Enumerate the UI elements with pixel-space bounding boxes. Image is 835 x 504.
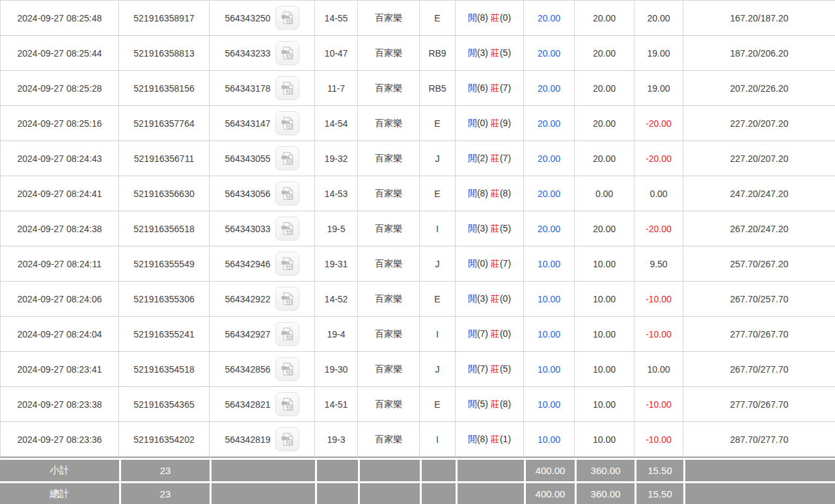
banker-points: (1) (500, 434, 511, 444)
banker-points: (7) (500, 83, 511, 93)
bet-amount-link[interactable]: 10.00 (538, 399, 560, 410)
round-id-group: 564343178 (225, 76, 299, 100)
cell-game-type: 百家樂 (358, 71, 420, 106)
cell-round: 564342946 (210, 246, 315, 282)
cell-table-no: 19-30 (315, 352, 358, 387)
video-replay-button[interactable] (275, 146, 299, 170)
cell-bet-amount: 20.00 (524, 211, 575, 246)
video-replay-button[interactable] (275, 427, 299, 451)
player-points: (5) (477, 399, 488, 409)
cell-bet-time: 2024-09-27 08:25:48 (0, 0, 119, 36)
cell-win-loss: -10.00 (635, 422, 683, 458)
bet-amount-link[interactable]: 20.00 (538, 153, 560, 164)
cell-dealer-code: E (420, 106, 456, 141)
bet-history-grid: 2024-09-27 08:25:48521916358917564343250… (0, 0, 835, 504)
bet-amount-link[interactable]: 20.00 (538, 189, 560, 199)
table-row: 2024-09-27 08:24:11521916355549564342946… (0, 246, 835, 282)
cell-game-type: 百家樂 (358, 387, 420, 422)
bet-amount-link[interactable]: 20.00 (538, 13, 560, 23)
cell-game-type: 百家樂 (358, 0, 420, 36)
bet-amount-link[interactable]: 10.00 (538, 259, 560, 269)
bet-amount-link[interactable]: 10.00 (538, 294, 560, 304)
cell-bet-id: 521916356518 (119, 211, 210, 246)
footer-label: 小計 (0, 458, 119, 481)
bet-amount-link[interactable]: 20.00 (538, 224, 560, 234)
footer-cell-empty (315, 458, 358, 481)
banker-label: 莊 (491, 83, 500, 93)
cell-win-loss: -10.00 (635, 317, 683, 352)
round-id-group: 564342856 (225, 357, 299, 381)
cell-win-loss: 19.00 (635, 71, 683, 106)
cell-result: 閒(8) 莊(0) (456, 0, 524, 36)
cell-bet-amount: 20.00 (524, 36, 575, 71)
video-replay-button[interactable] (275, 6, 299, 30)
bet-amount-link[interactable]: 10.00 (538, 364, 560, 375)
video-replay-button[interactable] (275, 217, 299, 241)
video-file-icon (280, 81, 295, 96)
cell-result: 閒(2) 莊(7) (456, 141, 524, 176)
cell-table-no: 19-32 (315, 141, 358, 176)
banker-label: 莊 (491, 118, 500, 128)
cell-bet-id: 521916358917 (119, 0, 210, 36)
cell-table-no: 19-3 (315, 422, 358, 458)
cell-bet-amount: 10.00 (524, 282, 575, 317)
grand-total-row: 總計23400.00360.0015.50 (0, 481, 835, 504)
cell-table-no: 14-55 (315, 0, 358, 36)
bet-amount-link[interactable]: 20.00 (538, 118, 560, 129)
video-replay-button[interactable] (275, 111, 299, 135)
cell-valid-bet: 10.00 (575, 352, 635, 387)
cell-bet-id: 521916354365 (119, 387, 210, 422)
footer-label: 總計 (0, 481, 119, 504)
cell-dealer-code: I (420, 211, 456, 246)
cell-valid-bet: 20.00 (575, 71, 635, 106)
cell-round: 564342819 (210, 422, 315, 458)
video-replay-button[interactable] (275, 357, 299, 381)
cell-bet-time: 2024-09-27 08:23:41 (0, 352, 119, 387)
cell-game-type: 百家樂 (358, 176, 420, 211)
bet-amount-link[interactable]: 10.00 (538, 434, 560, 445)
video-replay-button[interactable] (275, 76, 299, 100)
cell-valid-bet: 10.00 (575, 317, 635, 352)
cell-bet-id: 521916358813 (119, 36, 210, 71)
cell-valid-bet: 0.00 (575, 176, 635, 211)
round-id: 564343033 (225, 224, 270, 234)
bet-amount-link[interactable]: 10.00 (538, 329, 560, 339)
video-replay-button[interactable] (275, 181, 299, 206)
banker-points: (7) (500, 153, 511, 163)
cell-table-no: 14-54 (315, 106, 358, 141)
cell-valid-bet: 10.00 (575, 246, 635, 282)
cell-round: 564342821 (210, 387, 315, 422)
player-label: 閒 (468, 293, 477, 304)
footer-bet-total: 400.00 (524, 481, 575, 504)
bet-amount-link[interactable]: 20.00 (538, 48, 560, 59)
bet-amount-link[interactable]: 20.00 (538, 83, 560, 94)
video-file-icon (280, 46, 295, 60)
cell-valid-bet: 10.00 (575, 282, 635, 317)
footer-cell-empty (420, 481, 456, 504)
player-label: 閒 (468, 328, 477, 339)
player-points: (3) (477, 293, 488, 304)
player-label: 閒 (468, 258, 477, 269)
banker-points: (8) (500, 188, 511, 198)
cell-game-type: 百家樂 (358, 36, 420, 71)
footer-cell-empty (315, 481, 358, 504)
banker-points: (5) (500, 47, 511, 58)
video-replay-button[interactable] (275, 392, 299, 416)
round-id-group: 564343250 (225, 6, 299, 30)
video-file-icon (280, 256, 295, 271)
cell-balance: 277.70/267.70 (683, 387, 835, 422)
cell-bet-time: 2024-09-27 08:24:11 (0, 246, 119, 282)
cell-win-loss: 10.00 (635, 352, 683, 387)
cell-game-type: 百家樂 (358, 352, 420, 387)
cell-balance: 277.70/267.70 (683, 317, 835, 352)
table-row: 2024-09-27 08:24:38521916356518564343033… (0, 211, 835, 246)
footer-cell-empty (683, 481, 835, 504)
video-replay-button[interactable] (275, 322, 299, 346)
video-replay-button[interactable] (275, 287, 299, 311)
footer-cell-empty (358, 458, 420, 481)
video-replay-button[interactable] (275, 41, 299, 65)
video-replay-button[interactable] (275, 252, 299, 276)
cell-valid-bet: 20.00 (575, 36, 635, 71)
cell-dealer-code: I (420, 422, 456, 458)
round-id: 564342927 (225, 329, 270, 339)
